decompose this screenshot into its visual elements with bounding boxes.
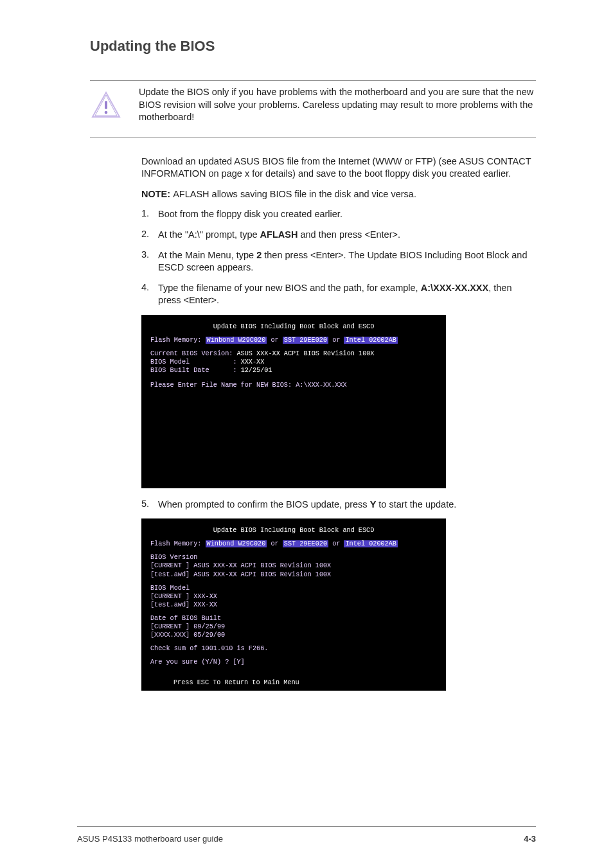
page-footer: ASUS P4S133 motherboard user guide 4-3 [77, 834, 536, 844]
step-4-text: Type the filename of your new BIOS and t… [158, 282, 536, 307]
sc2-sure: Are you sure (Y/N) ? [Y] [150, 658, 437, 666]
sc1-curver: Current BIOS Version: ASUS XXX-XX ACPI B… [150, 350, 437, 358]
caution-block: Update the BIOS only if you have problem… [90, 80, 536, 137]
step-2-text: At the "A:\" prompt, type AFLASH and the… [158, 229, 400, 242]
sc1-title: Update BIOS Including Boot Block and ESC… [150, 323, 437, 331]
step-2-number: 2. [141, 229, 158, 242]
screenshot-2: Update BIOS Including Boot Block and ESC… [141, 518, 446, 691]
step-2: 2. At the "A:\" prompt, type AFLASH and … [141, 229, 536, 242]
sc1-model: BIOS Model : XXX-XX [150, 358, 437, 366]
sc2-model-l1: [CURRENT ] XXX-XX [150, 592, 437, 601]
screenshot-1: Update BIOS Including Boot Block and ESC… [141, 315, 446, 488]
sc1-date: BIOS Built Date : 12/25/01 [150, 366, 437, 375]
sc2-title: Update BIOS Including Boot Block and ESC… [150, 526, 437, 535]
sc2-ver-l2: [test.awd] ASUS XXX-XX ACPI BIOS Revisio… [150, 571, 437, 579]
sc2-model-hdr: BIOS Model [150, 584, 437, 592]
step-1: 1. Boot from the floppy disk you created… [141, 208, 536, 221]
intro-paragraph-2: NOTE: AFLASH allows saving BIOS file in … [141, 188, 536, 201]
sc2-ver-l1: [CURRENT ] ASUS XXX-XX ACPI BIOS Revisio… [150, 562, 437, 570]
content-area: Download an updated ASUS BIOS file from … [141, 155, 536, 691]
step-1-text: Boot from the floppy disk you created ea… [158, 208, 342, 221]
step-1-number: 1. [141, 208, 158, 221]
page-heading: Updating the BIOS [90, 38, 536, 55]
note-label: NOTE: [141, 189, 173, 199]
sc2-chk: Check sum of 1001.010 is F266. [150, 644, 437, 653]
sc1-flashmem: Flash Memory: Winbond W29C020 or SST 29E… [150, 336, 437, 344]
sc1-prompt: Please Enter File Name for NEW BIOS: A:\… [150, 381, 437, 389]
between-screens-number: 5. [141, 499, 158, 511]
sc2-date-l1: [CURRENT ] 09/25/99 [150, 623, 437, 631]
svg-point-1 [105, 111, 108, 114]
sc2-ver-hdr: BIOS Version [150, 553, 437, 562]
note-text: AFLASH allows saving BIOS file in the di… [173, 189, 416, 199]
sc2-flashmem: Flash Memory: Winbond W29C020 or SST 29E… [150, 540, 437, 548]
caution-icon [90, 86, 122, 124]
footer-divider [77, 826, 536, 827]
footer-left: ASUS P4S133 motherboard user guide [77, 834, 223, 844]
between-screens-text: When prompted to confirm the BIOS update… [158, 499, 456, 511]
caution-text: Update the BIOS only if you have problem… [139, 86, 536, 124]
sc2-date-l2: [XXXX.XXX] 05/29/00 [150, 631, 437, 639]
sc2-date-hdr: Date of BIOS Built [150, 614, 437, 623]
step-4: 4. Type the filename of your new BIOS an… [141, 282, 536, 307]
step-3-text: At the Main Menu, type 2 then press <Ent… [158, 249, 536, 274]
footer-page-number: 4-3 [524, 834, 536, 844]
step-3-number: 3. [141, 249, 158, 274]
intro-paragraph-1: Download an updated ASUS BIOS file from … [141, 155, 536, 181]
sc2-model-l2: [test.awd] XXX-XX [150, 601, 437, 609]
step-5: 5. When prompted to confirm the BIOS upd… [141, 499, 536, 511]
step-4-number: 4. [141, 282, 158, 307]
svg-rect-0 [105, 101, 107, 109]
sc2-bottom: Press ESC To Return to Main Menu [173, 678, 299, 687]
step-3: 3. At the Main Menu, type 2 then press <… [141, 249, 536, 274]
